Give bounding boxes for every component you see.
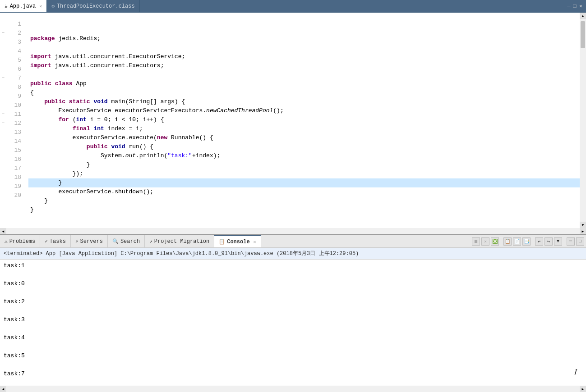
- console-header-text: <terminated> App [Java Application] C:\P…: [4, 251, 359, 257]
- tab-app-java[interactable]: ☕ App.java ✕: [0, 0, 47, 12]
- scroll-thumb[interactable]: [581, 21, 585, 48]
- bottom-tab-servers-label: Servers: [80, 238, 103, 245]
- bottom-toolbar: ⏹ ✕ ❎ 📋 📄 📑 ↩ ↪ ▼ ─ □: [472, 235, 586, 247]
- toolbar-max-btn[interactable]: □: [576, 237, 584, 246]
- left-gutter: − − − −: [0, 13, 9, 228]
- tab-threadpool-label: ThreadPoolExecutor.class: [57, 3, 135, 9]
- tasks-icon: ✓: [45, 238, 48, 244]
- toolbar-x-btn[interactable]: ✕: [481, 237, 489, 246]
- console-output-line: task:0: [4, 279, 582, 288]
- console-output-line: task:5: [4, 351, 582, 360]
- fold-indicator-12[interactable]: −: [2, 112, 5, 117]
- console-output-line: task:2: [4, 297, 582, 306]
- bottom-tab-problems-label: Problems: [9, 238, 36, 245]
- fold-indicator-3[interactable]: −: [2, 31, 5, 36]
- console-output-line: task:3: [4, 315, 582, 324]
- console-horizontal-scrollbar[interactable]: ◀ ▶: [0, 386, 586, 392]
- console-output: task:1task:0task:2task:3task:4task:5task…: [0, 260, 586, 386]
- bottom-tab-console[interactable]: 📋 Console ✕: [214, 235, 261, 247]
- bottom-tab-migration-label: Project Migration: [154, 238, 209, 245]
- bottom-tab-tasks-label: Tasks: [50, 238, 66, 245]
- bottom-tab-migration[interactable]: ↗ Project Migration: [145, 235, 214, 247]
- bottom-tab-search[interactable]: 🔍 Search: [108, 235, 145, 247]
- console-area: <terminated> App [Java Application] C:\P…: [0, 248, 586, 386]
- servers-icon: ⚡: [75, 238, 78, 244]
- toolbar-pages-btn[interactable]: 📑: [522, 237, 531, 246]
- minimize-btn[interactable]: ─: [566, 3, 572, 9]
- editor-inner: − − − − 1 2 3 4 5 6 7 8 9 10 11: [0, 13, 580, 228]
- bottom-tab-problems[interactable]: ⚠ Problems: [0, 235, 40, 247]
- h-scroll-left[interactable]: ◀: [0, 228, 6, 234]
- tab-app-java-close[interactable]: ✕: [39, 4, 42, 9]
- bottom-tab-bar: ⚠ Problems ✓ Tasks ⚡ Servers 🔍 Search ↗ …: [0, 235, 586, 248]
- console-header: <terminated> App [Java Application] C:\P…: [0, 248, 586, 260]
- toolbar-stop-btn[interactable]: ⏹: [472, 237, 480, 246]
- editor-vertical-scrollbar[interactable]: ▲ ▼: [580, 13, 586, 228]
- close-btn[interactable]: ✕: [578, 3, 584, 9]
- code-container[interactable]: − − − − 1 2 3 4 5 6 7 8 9 10 11: [0, 13, 580, 228]
- tab-app-java-label: App.java: [10, 3, 36, 9]
- console-output-line: task:4: [4, 333, 582, 342]
- console-h-scroll-right[interactable]: ▶: [580, 386, 586, 392]
- maximize-btn[interactable]: □: [572, 3, 578, 9]
- console-output-line: task:1: [4, 261, 582, 270]
- editor-horizontal-scrollbar[interactable]: ◀ ▶: [0, 228, 586, 234]
- fold-indicator-13[interactable]: −: [2, 121, 5, 126]
- h-scroll-track[interactable]: [6, 228, 580, 234]
- h-scroll-right[interactable]: ▶: [580, 228, 586, 234]
- editor-tab-bar: ☕ App.java ✕ ⚙ ThreadPoolExecutor.class …: [0, 0, 586, 13]
- console-tab-close[interactable]: ✕: [254, 239, 256, 245]
- bottom-tab-servers[interactable]: ⚡ Servers: [71, 235, 108, 247]
- line-numbers: 1 2 3 4 5 6 7 8 9 10 11 12 13 14 15 16 1: [9, 13, 25, 228]
- bottom-tab-search-label: Search: [120, 238, 140, 245]
- bottom-panel: ⚠ Problems ✓ Tasks ⚡ Servers 🔍 Search ↗ …: [0, 234, 586, 392]
- toolbar-link2-btn[interactable]: ↪: [544, 237, 553, 246]
- tab-threadpool[interactable]: ⚙ ThreadPoolExecutor.class: [47, 0, 139, 12]
- fold-indicator-8[interactable]: −: [2, 76, 5, 81]
- bottom-tab-console-label: Console: [227, 239, 249, 245]
- scroll-down-arrow[interactable]: ▼: [580, 222, 586, 228]
- search-icon: 🔍: [112, 238, 119, 244]
- migration-icon: ↗: [149, 238, 152, 244]
- bottom-tab-tasks[interactable]: ✓ Tasks: [40, 235, 71, 247]
- cursor-icon: 𝐼: [574, 368, 577, 377]
- console-icon: 📋: [219, 239, 225, 245]
- console-h-scroll-left[interactable]: ◀: [0, 386, 6, 392]
- class-file-icon: ⚙: [51, 3, 55, 9]
- code-content[interactable]: package jedis.Redis; import java.util.co…: [25, 13, 580, 228]
- scroll-track[interactable]: [580, 19, 586, 222]
- tab-bar-controls: ─ □ ✕: [566, 0, 586, 12]
- toolbar-link-btn[interactable]: ↩: [535, 237, 543, 246]
- scroll-up-arrow[interactable]: ▲: [580, 13, 586, 19]
- java-file-icon: ☕: [5, 3, 8, 9]
- toolbar-min-btn[interactable]: ─: [567, 237, 575, 246]
- toolbar-x2-btn[interactable]: ❎: [491, 237, 499, 246]
- toolbar-dropdown-btn[interactable]: ▼: [554, 237, 562, 246]
- problems-icon: ⚠: [5, 238, 8, 244]
- console-h-scroll-track[interactable]: [6, 386, 580, 392]
- console-output-line: task:7: [4, 369, 582, 378]
- toolbar-copy-btn[interactable]: 📋: [503, 237, 512, 246]
- toolbar-page-btn[interactable]: 📄: [513, 237, 521, 246]
- editor-area: − − − − 1 2 3 4 5 6 7 8 9 10 11: [0, 13, 586, 228]
